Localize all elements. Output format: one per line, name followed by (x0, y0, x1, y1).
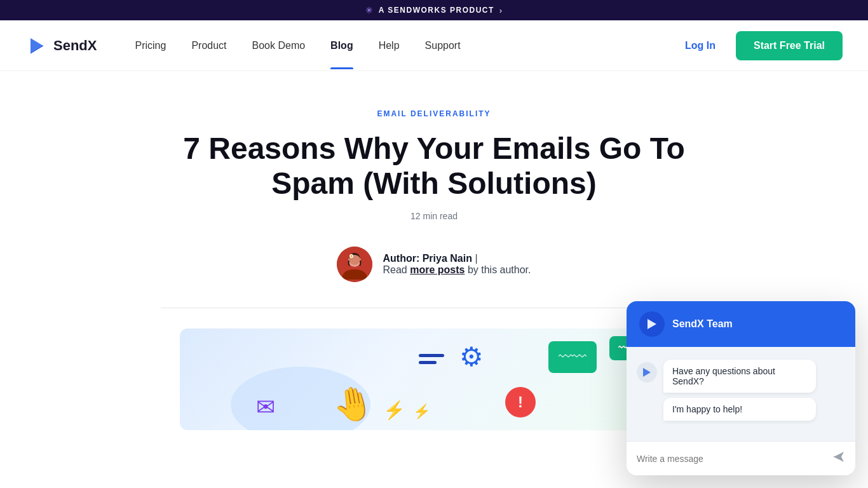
logo-icon (25, 34, 48, 57)
nav-link-blog[interactable]: Blog (318, 22, 366, 69)
author-name-line: Author: Priya Nain | (383, 253, 531, 264)
author-avatar (337, 247, 372, 282)
author-more-posts: Read more posts by this author. (383, 264, 531, 276)
author-name: Priya Nain (423, 253, 472, 264)
divider (161, 308, 707, 308)
chart-wave-icon: 〰〰 (559, 349, 587, 365)
chat-bot-logo (641, 367, 653, 378)
read-time: 12 min read (161, 211, 707, 221)
nav-item-product[interactable]: Product (179, 22, 239, 69)
chat-message-1: Have any questions about SendX? I'm happ… (637, 360, 845, 421)
nav-links: Pricing Product Book Demo Blog Help Supp… (122, 22, 675, 69)
snowflake-icon: ✳ (365, 5, 374, 15)
author-prefix: Author: (383, 253, 422, 264)
chat-team-avatar (639, 311, 665, 337)
top-banner[interactable]: ✳ A SENDWORKS PRODUCT › (0, 0, 868, 20)
chat-team-name: SendX Team (672, 318, 733, 330)
nav-item-book-demo[interactable]: Book Demo (240, 22, 318, 69)
chevron-icon: › (499, 6, 503, 15)
read-more-prefix: Read (383, 264, 410, 275)
nav-right: Log In Start Free Trial (675, 31, 843, 60)
chat-bot-avatar (637, 362, 657, 383)
lightning-icon: ⚡ ⚡ (383, 400, 430, 421)
chat-widget: SendX Team Have any questions about Send… (627, 301, 855, 475)
illustration-container: ✉ 🤚 ⚡ ⚡ ⚙ 〰〰 ! (180, 329, 688, 430)
banner-text: A SENDWORKS PRODUCT (379, 6, 494, 15)
chat-send-button[interactable] (832, 451, 845, 466)
chat-bubble-2: I'm happy to help! (663, 398, 816, 421)
category-label: EMAIL DELIVERABILITY (161, 109, 707, 118)
chart-decoration: 〰〰 (548, 341, 597, 373)
lines-decoration (419, 354, 444, 364)
chat-input-area[interactable] (627, 441, 855, 475)
content-area: ✉ 🤚 ⚡ ⚡ ⚙ 〰〰 ! (167, 329, 701, 430)
svg-marker-9 (648, 319, 656, 329)
chat-body: Have any questions about SendX? I'm happ… (627, 347, 855, 441)
read-more-suffix: by this author. (465, 264, 531, 275)
more-posts-link[interactable]: more posts (410, 264, 465, 275)
nav-link-product[interactable]: Product (179, 22, 239, 69)
author-info: Author: Priya Nain | Read more posts by … (383, 253, 531, 276)
logo-link[interactable]: SendX (25, 34, 97, 57)
alert-icon: ! (505, 387, 536, 417)
chat-input[interactable] (637, 454, 826, 464)
author-section: Author: Priya Nain | Read more posts by … (161, 247, 707, 282)
gear-icon: ⚙ (459, 341, 484, 372)
navbar: SendX Pricing Product Book Demo Blog Hel… (0, 20, 868, 71)
send-icon (832, 451, 845, 463)
login-button[interactable]: Log In (675, 35, 726, 57)
chat-logo-icon (645, 317, 659, 331)
logo-text: SendX (53, 37, 97, 54)
svg-point-7 (351, 255, 353, 257)
author-separator: | (472, 253, 478, 264)
nav-link-book-demo[interactable]: Book Demo (240, 22, 318, 69)
chat-bubbles: Have any questions about SendX? I'm happ… (663, 360, 816, 421)
nav-item-pricing[interactable]: Pricing (122, 22, 179, 69)
svg-marker-11 (643, 368, 651, 377)
envelope-icon: ✉ (256, 394, 275, 421)
nav-item-blog[interactable]: Blog (318, 22, 366, 69)
hand-icon: 🤚 (329, 382, 377, 427)
nav-link-help[interactable]: Help (366, 22, 412, 69)
chat-header: SendX Team (627, 301, 855, 347)
chat-bubble-1: Have any questions about SendX? (663, 360, 816, 393)
nav-item-help[interactable]: Help (366, 22, 412, 69)
nav-link-pricing[interactable]: Pricing (122, 22, 179, 69)
trial-button[interactable]: Start Free Trial (736, 31, 843, 60)
nav-item-support[interactable]: Support (412, 22, 473, 69)
avatar-image (337, 247, 372, 282)
nav-link-support[interactable]: Support (412, 22, 473, 69)
hero-image: ✉ 🤚 ⚡ ⚡ ⚙ 〰〰 ! (180, 329, 688, 430)
article-title: 7 Reasons Why Your Emails Go To Spam (Wi… (161, 131, 707, 201)
svg-marker-0 (31, 38, 43, 53)
